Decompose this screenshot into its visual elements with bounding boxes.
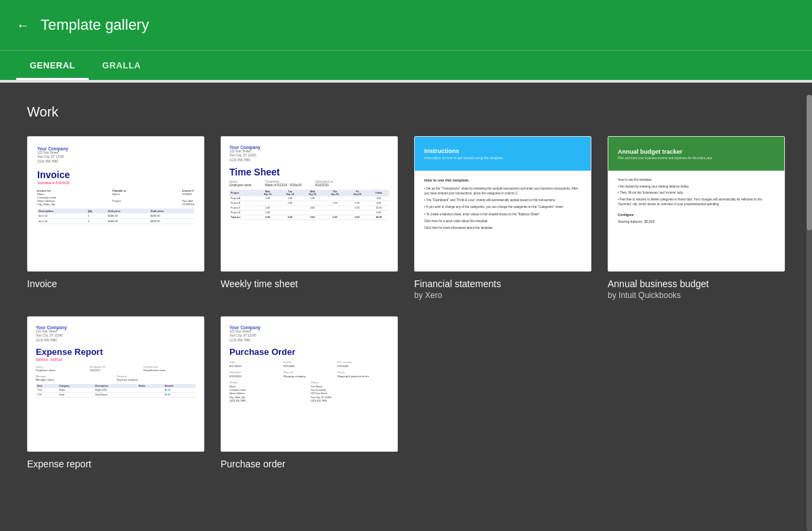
template-card-weekly-time-sheet[interactable]: Your Company 123 Your StreetYour City, S… — [221, 136, 398, 300]
tab-general[interactable]: GENERAL — [16, 51, 89, 80]
empty-slot-4 — [608, 316, 785, 469]
card-label-invoice: Invoice — [27, 278, 204, 289]
card-preview-expense: Your Company 123 Your StreetYour City, S… — [27, 316, 204, 452]
app-header: ← Template gallery — [0, 0, 812, 50]
tab-gralla[interactable]: GRALLA — [89, 51, 154, 80]
card-preview-purchase: Your Company 123 Your StreetYour City, S… — [221, 316, 398, 452]
main-content: Work Your Company 123 Your StreetYour Ci… — [0, 83, 812, 491]
section-title-work: Work — [27, 104, 785, 120]
card-sublabel-annual-business-budget: by Intuit Quickbooks — [608, 291, 785, 300]
template-card-invoice[interactable]: Your Company 123 Your StreetYour City, S… — [27, 136, 204, 300]
card-sublabel-financial-statements: by Xero — [414, 291, 591, 300]
card-preview-budget: Annual budget tracker Plan and track you… — [608, 136, 785, 272]
template-card-financial-statements[interactable]: Instructions Information on how to get s… — [414, 136, 591, 300]
card-label-expense-report: Expense report — [27, 459, 204, 469]
scrollbar-thumb[interactable] — [807, 95, 812, 230]
empty-slot-3 — [414, 316, 591, 469]
page-title: Template gallery — [41, 16, 149, 34]
scrollbar[interactable] — [807, 95, 812, 531]
template-card-annual-business-budget[interactable]: Annual budget tracker Plan and track you… — [608, 136, 785, 300]
template-card-purchase-order[interactable]: Your Company 123 Your StreetYour City, S… — [221, 316, 398, 469]
card-label-weekly-time-sheet: Weekly time sheet — [221, 278, 398, 289]
template-card-expense-report[interactable]: Your Company 123 Your StreetYour City, S… — [27, 316, 204, 469]
card-preview-financial: Instructions Information on how to get s… — [414, 136, 591, 272]
card-label-financial-statements: Financial statements — [414, 278, 591, 289]
template-grid-row1: Your Company 123 Your StreetYour City, S… — [27, 136, 785, 300]
back-button[interactable]: ← — [16, 18, 30, 33]
tabs-bar: GENERAL GRALLA — [0, 50, 812, 80]
card-label-annual-business-budget: Annual business budget — [608, 278, 785, 289]
card-preview-invoice: Your Company 123 Your StreetYour City, S… — [27, 136, 204, 272]
card-preview-timesheet: Your Company 123 Your StreetYour City, S… — [221, 136, 398, 272]
template-grid-row2: Your Company 123 Your StreetYour City, S… — [27, 316, 785, 469]
card-label-purchase-order: Purchase order — [221, 459, 398, 469]
